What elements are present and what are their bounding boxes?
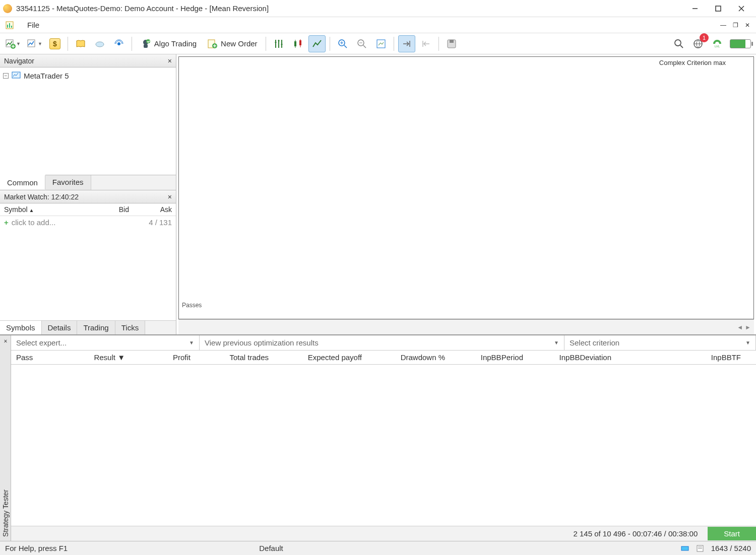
chart-shift-button[interactable] xyxy=(398,35,415,52)
mw-header-symbol[interactable]: Symbol xyxy=(4,205,86,214)
profiles-icon xyxy=(27,38,38,49)
book-icon xyxy=(75,38,86,49)
algo-trading-button[interactable]: Algo Trading xyxy=(136,35,201,52)
view-previous-combo[interactable]: View previous optimization results▼ xyxy=(200,335,564,350)
mw-tab-symbols[interactable]: Symbols xyxy=(0,321,42,334)
zoom-in-button[interactable] xyxy=(334,35,351,52)
navigator-root[interactable]: − MetaTrader 5 xyxy=(3,70,173,82)
save-button[interactable] xyxy=(443,35,460,52)
optimization-results-table[interactable]: Pass Result ▼ Profit Total trades Expect… xyxy=(11,351,756,526)
strategy-tester-doc-icon[interactable] xyxy=(3,19,16,32)
menu-file[interactable]: File xyxy=(19,18,47,32)
mw-tab-ticks[interactable]: Ticks xyxy=(115,321,145,334)
svg-point-31 xyxy=(675,40,681,46)
toolbar: ▼ ▼ $ Algo Trading New Order 1 LVL xyxy=(0,33,756,54)
mdi-minimize-button[interactable]: — xyxy=(718,20,729,30)
connection-status[interactable] xyxy=(728,35,753,52)
status-stats: 1643 / 5240 xyxy=(711,544,751,552)
tester-toolbar: Select expert...▼ View previous optimiza… xyxy=(11,335,756,351)
signals-button[interactable] xyxy=(110,35,128,52)
strategy-tester-panel: × Strategy Tester Select expert...▼ View… xyxy=(0,334,756,541)
optimization-chart[interactable]: Complex Criterion max Passes xyxy=(178,56,754,319)
shift-end-icon xyxy=(401,38,412,49)
chart-tab-next[interactable]: ► xyxy=(745,324,751,331)
titlebar: 33541125 - MetaQuotes-Demo: Demo Account… xyxy=(0,0,756,17)
svg-point-12 xyxy=(117,42,120,45)
svg-point-11 xyxy=(96,42,104,47)
bar-chart-button[interactable] xyxy=(270,35,287,52)
mdi-close-button[interactable]: ✕ xyxy=(742,20,753,30)
close-icon xyxy=(738,6,744,12)
market-watch-tabs: Symbols Details Trading Ticks xyxy=(0,320,176,334)
book-button[interactable] xyxy=(72,35,89,52)
tester-footer: 2 145 of 10 496 - 00:07:46 / 00:38:00 St… xyxy=(11,526,756,541)
minimize-button[interactable] xyxy=(683,0,707,17)
th-pass[interactable]: Pass xyxy=(11,353,65,362)
search-button[interactable] xyxy=(670,35,687,52)
line-chart-icon xyxy=(311,38,323,49)
app-icon xyxy=(3,4,12,13)
window-title: 33541125 - MetaQuotes-Demo: Demo Account… xyxy=(16,4,683,13)
market-watch-panel: Market Watch: 12:40:22 × Symbol Bid Ask … xyxy=(0,190,176,334)
th-inpbbperiod[interactable]: InpBBPeriod xyxy=(450,353,528,362)
market-watch-title: Market Watch: 12:40:22 xyxy=(4,193,79,201)
bar-chart-icon xyxy=(273,38,284,49)
svg-rect-26 xyxy=(377,40,385,48)
navigator-tab-favorites[interactable]: Favorites xyxy=(45,175,91,190)
market-watch-close-button[interactable]: × xyxy=(168,193,172,201)
status-bar: For Help, press F1 Default 1643 / 5240 xyxy=(0,541,756,555)
svg-rect-1 xyxy=(716,6,721,11)
line-chart-button[interactable] xyxy=(308,35,326,52)
tester-close-button[interactable]: × xyxy=(2,337,9,344)
search-icon xyxy=(673,38,684,49)
select-expert-combo[interactable]: Select expert...▼ xyxy=(11,335,200,350)
vps-icon: LVL xyxy=(712,38,723,49)
new-chart-icon xyxy=(5,38,16,49)
news-icon xyxy=(696,544,704,552)
th-inpbbdeviation[interactable]: InpBBDeviation xyxy=(528,353,616,362)
status-profile: Default xyxy=(259,544,283,552)
th-total-trades[interactable]: Total trades xyxy=(196,353,274,362)
vps-button[interactable]: LVL xyxy=(709,35,726,52)
th-result[interactable]: Result ▼ xyxy=(65,353,130,362)
notifications-button[interactable]: 1 xyxy=(689,35,707,52)
th-expected-payoff[interactable]: Expected payoff xyxy=(274,353,367,362)
new-order-button[interactable]: New Order xyxy=(203,35,262,52)
mw-add-row[interactable]: +click to add... 4 / 131 xyxy=(0,216,176,229)
chart-passes-label: Passes xyxy=(182,302,202,309)
navigator-tree[interactable]: − MetaTrader 5 xyxy=(0,67,176,175)
dollar-icon: $ xyxy=(49,38,60,49)
new-chart-button[interactable]: ▼ xyxy=(3,35,23,52)
notification-badge: 1 xyxy=(700,33,709,42)
cloud-icon xyxy=(94,38,105,49)
chart-shift-back-button[interactable] xyxy=(417,35,434,52)
navigator-close-button[interactable]: × xyxy=(168,57,172,65)
navigator-tab-common[interactable]: Common xyxy=(0,175,45,189)
mw-tab-trading[interactable]: Trading xyxy=(77,321,115,334)
maximize-icon xyxy=(715,6,721,12)
mql5-community-button[interactable] xyxy=(91,35,108,52)
chart-tab-prev[interactable]: ◄ xyxy=(737,324,743,331)
maximize-button[interactable] xyxy=(707,0,730,17)
th-drawdown[interactable]: Drawdown % xyxy=(367,353,450,362)
th-profit[interactable]: Profit xyxy=(130,353,196,362)
zoom-in-icon xyxy=(337,38,348,49)
candle-chart-button[interactable] xyxy=(289,35,306,52)
chevron-down-icon: ▼ xyxy=(189,340,194,345)
mw-header-bid[interactable]: Bid xyxy=(86,205,129,214)
zoom-out-button[interactable] xyxy=(353,35,370,52)
auto-scroll-button[interactable] xyxy=(372,35,390,52)
market-watch-grid[interactable]: Symbol Bid Ask +click to add... 4 / 131 xyxy=(0,203,176,320)
start-button[interactable]: Start xyxy=(708,527,756,540)
mw-tab-details[interactable]: Details xyxy=(42,321,78,334)
svg-rect-30 xyxy=(450,40,454,43)
navigator-panel: Navigator × − MetaTrader 5 Common Favori… xyxy=(0,54,176,190)
symbols-button[interactable]: $ xyxy=(46,35,64,52)
close-button[interactable] xyxy=(730,0,753,17)
mdi-restore-button[interactable]: ❐ xyxy=(730,20,741,30)
tree-collapse-icon[interactable]: − xyxy=(3,73,9,79)
mw-header-ask[interactable]: Ask xyxy=(129,205,172,214)
th-inpbbtf[interactable]: InpBBTF xyxy=(616,353,746,362)
select-criterion-combo[interactable]: Select criterion▼ xyxy=(564,335,756,350)
profiles-button[interactable]: ▼ xyxy=(25,35,44,52)
